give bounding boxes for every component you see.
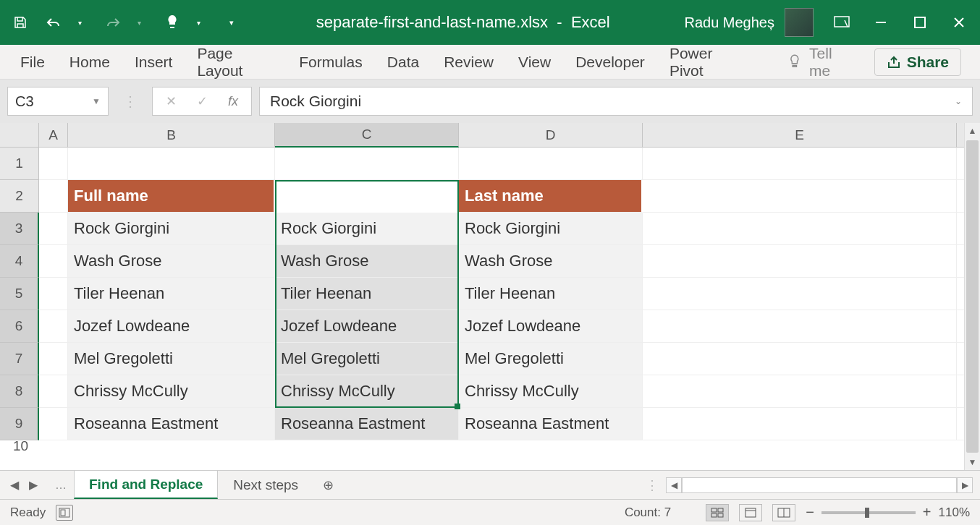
- table-cell[interactable]: Tiler Heenan: [68, 278, 275, 310]
- row-header-2[interactable]: 2: [0, 180, 39, 213]
- share-button[interactable]: Share: [874, 48, 961, 76]
- table-cell[interactable]: Wash Grose: [68, 245, 275, 278]
- sheet-nav-next-icon[interactable]: ▶: [26, 477, 41, 493]
- redo-icon[interactable]: [103, 12, 123, 33]
- minimize-icon[interactable]: [870, 12, 892, 33]
- table-cell[interactable]: Wash Grose: [275, 245, 459, 278]
- enter-formula-icon[interactable]: ✓: [197, 93, 208, 109]
- zoom-in-button[interactable]: +: [923, 504, 932, 521]
- new-sheet-button[interactable]: ⊕: [313, 471, 342, 499]
- maximize-icon[interactable]: [909, 12, 931, 33]
- scroll-left-icon[interactable]: ◀: [666, 477, 682, 493]
- table-cell[interactable]: Chrissy McCully: [68, 375, 275, 408]
- name-box[interactable]: C3 ▼: [7, 87, 109, 116]
- cell[interactable]: [39, 213, 68, 245]
- col-header-e[interactable]: E: [643, 123, 957, 148]
- vertical-scrollbar[interactable]: ▲ ▼: [964, 123, 980, 470]
- row-header-10-partial[interactable]: 10: [13, 438, 28, 454]
- view-normal-icon[interactable]: [706, 504, 729, 521]
- tab-data[interactable]: Data: [386, 49, 421, 75]
- tell-me-search[interactable]: Tell me: [787, 45, 852, 80]
- zoom-slider-thumb[interactable]: [865, 508, 869, 518]
- table-cell[interactable]: Rock Giorgini: [459, 213, 643, 245]
- table-cell[interactable]: Tiler Heenan: [459, 278, 643, 310]
- tab-formulas[interactable]: Formulas: [297, 49, 364, 75]
- view-page-layout-icon[interactable]: [739, 504, 762, 521]
- zoom-slider[interactable]: [821, 511, 916, 514]
- cell[interactable]: [68, 148, 275, 180]
- table-header[interactable]: First name: [275, 180, 459, 213]
- table-cell[interactable]: Chrissy McCully: [459, 375, 643, 408]
- col-header-d[interactable]: D: [459, 123, 643, 148]
- cell[interactable]: [643, 278, 957, 310]
- cell[interactable]: [643, 375, 957, 408]
- ribbon-display-icon[interactable]: [831, 12, 853, 33]
- ideas-icon[interactable]: [162, 12, 182, 33]
- user-account[interactable]: Radu Megheș: [684, 8, 814, 37]
- horizontal-scrollbar[interactable]: ◀ ▶: [666, 477, 973, 493]
- row-header-5[interactable]: 5: [0, 278, 39, 310]
- zoom-level[interactable]: 110%: [939, 505, 970, 520]
- cell[interactable]: [39, 375, 68, 408]
- tab-view[interactable]: View: [517, 49, 552, 75]
- cell[interactable]: [39, 180, 68, 213]
- row-header-9[interactable]: 9: [0, 408, 39, 440]
- sheet-nav-prev-icon[interactable]: ◀: [7, 477, 22, 493]
- cell[interactable]: [39, 245, 68, 278]
- scroll-down-icon[interactable]: ▼: [965, 454, 980, 470]
- row-header-1[interactable]: 1: [0, 148, 39, 180]
- expand-formula-bar-icon[interactable]: ⌄: [955, 96, 962, 106]
- sheet-tabs-ellipsis[interactable]: …: [48, 479, 74, 492]
- cell[interactable]: [643, 310, 957, 343]
- cell[interactable]: [275, 148, 459, 180]
- sheet-tab-resize-handle[interactable]: ⋮: [638, 477, 666, 493]
- cell[interactable]: [39, 343, 68, 375]
- table-cell[interactable]: Jozef Lowdeane: [68, 310, 275, 343]
- name-box-dropdown-icon[interactable]: ▼: [92, 96, 101, 106]
- cell[interactable]: [39, 278, 68, 310]
- insert-function-icon[interactable]: fx: [228, 94, 238, 109]
- redo-dropdown-icon[interactable]: ▾: [129, 12, 149, 33]
- row-header-8[interactable]: 8: [0, 375, 39, 408]
- horizontal-scroll-track[interactable]: [682, 477, 957, 493]
- table-cell[interactable]: Roseanna Eastment: [459, 408, 643, 440]
- cell[interactable]: [643, 213, 957, 245]
- undo-dropdown-icon[interactable]: ▾: [69, 12, 90, 33]
- customize-qat-icon[interactable]: ▾: [221, 12, 242, 33]
- col-header-c[interactable]: C: [275, 123, 459, 148]
- close-icon[interactable]: [948, 12, 970, 33]
- ideas-dropdown-icon[interactable]: ▾: [188, 12, 208, 33]
- table-cell[interactable]: Jozef Lowdeane: [275, 310, 459, 343]
- cancel-formula-icon[interactable]: ✕: [166, 93, 177, 109]
- table-cell[interactable]: Mel Gregoletti: [459, 343, 643, 375]
- cell[interactable]: [643, 148, 957, 180]
- table-cell[interactable]: Chrissy McCully: [275, 375, 459, 408]
- cell[interactable]: [39, 408, 68, 440]
- tab-developer[interactable]: Developer: [574, 49, 646, 75]
- tab-insert[interactable]: Insert: [133, 49, 174, 75]
- cell[interactable]: [643, 343, 957, 375]
- row-header-7[interactable]: 7: [0, 343, 39, 375]
- table-cell[interactable]: Rock Giorgini: [68, 213, 275, 245]
- scroll-up-icon[interactable]: ▲: [965, 123, 980, 139]
- row-header-6[interactable]: 6: [0, 310, 39, 343]
- cell[interactable]: [643, 180, 957, 213]
- table-cell[interactable]: Roseanna Eastment: [68, 408, 275, 440]
- cell[interactable]: [643, 408, 957, 440]
- table-cell[interactable]: Tiler Heenan: [275, 278, 459, 310]
- spreadsheet-grid[interactable]: A B C D E 1 2 Full name First name Last …: [0, 123, 980, 470]
- tab-review[interactable]: Review: [442, 49, 495, 75]
- tab-home[interactable]: Home: [68, 49, 111, 75]
- save-icon[interactable]: [10, 12, 30, 33]
- table-cell[interactable]: Mel Gregoletti: [68, 343, 275, 375]
- sheet-tab-active[interactable]: Find and Replace: [74, 471, 218, 499]
- macro-record-icon[interactable]: [56, 505, 73, 521]
- vertical-scroll-thumb[interactable]: [966, 140, 979, 453]
- col-header-a[interactable]: A: [39, 123, 68, 148]
- cell[interactable]: [39, 148, 68, 180]
- view-page-break-icon[interactable]: [772, 504, 795, 521]
- table-cell[interactable]: Wash Grose: [459, 245, 643, 278]
- row-header-3[interactable]: 3: [0, 213, 39, 245]
- tab-file[interactable]: File: [19, 49, 46, 75]
- table-cell[interactable]: Jozef Lowdeane: [459, 310, 643, 343]
